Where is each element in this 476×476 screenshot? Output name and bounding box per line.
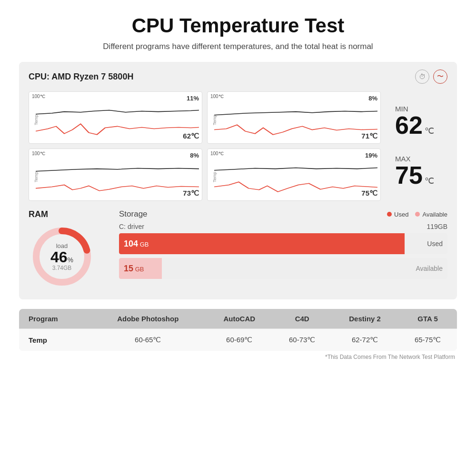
waveform-icon[interactable]: 〜 bbox=[433, 69, 447, 84]
donut-gb: 3.74GB bbox=[50, 265, 73, 271]
donut-container: load 46 % 3.74GB bbox=[29, 223, 95, 290]
legend-used: Used bbox=[387, 211, 408, 218]
avail-bar-track: 15 GB Available bbox=[119, 258, 447, 279]
temp-photoshop: 60-65℃ bbox=[90, 329, 206, 351]
donut-center: load 46 % 3.74GB bbox=[50, 242, 73, 271]
used-bar-fill bbox=[119, 233, 405, 254]
chart3-100: 100℃ bbox=[32, 151, 45, 156]
driver-total: 119GB bbox=[426, 223, 447, 230]
used-bar-track: 104 GB Used bbox=[119, 233, 447, 254]
legend-used-label: Used bbox=[394, 211, 408, 218]
min-unit: ℃ bbox=[425, 126, 434, 136]
temp-gta: 65-75℃ bbox=[398, 329, 457, 351]
legend-avail: Available bbox=[415, 211, 447, 218]
chart1-100: 100℃ bbox=[32, 94, 45, 99]
table-row: Temp 60-65℃ 60-69℃ 60-73℃ 62-72℃ 65-75℃ bbox=[19, 329, 457, 351]
driver-label: C: driver bbox=[119, 223, 144, 230]
col-photoshop: Adobe Photoshop bbox=[90, 309, 206, 329]
max-unit: ℃ bbox=[425, 176, 434, 186]
used-gb-label: 104 GB bbox=[124, 239, 149, 249]
minmax-panel: MIN 62 ℃ MAX 75 ℃ bbox=[386, 91, 447, 201]
charts-area: 100℃ Temp 11% 62℃ 100℃ Temp 8% 71℃ bbox=[29, 91, 447, 201]
avail-gb-label: 15 GB bbox=[124, 264, 144, 274]
chart-3: 100℃ Temp 8% 73℃ bbox=[29, 149, 202, 201]
program-table: Program Adobe Photoshop AutoCAD C4D Dest… bbox=[19, 309, 457, 351]
storage-top-row: Storage Used Available bbox=[119, 209, 447, 219]
chart-4: 100℃ Temp 19% 75℃ bbox=[207, 149, 381, 201]
chart3-svg bbox=[36, 157, 199, 196]
legend-avail-label: Available bbox=[422, 211, 447, 218]
chart2-svg bbox=[214, 99, 377, 139]
max-value: 75 bbox=[395, 163, 423, 188]
legend-avail-dot bbox=[415, 212, 420, 217]
ram-section: RAM load 46 % 3.74GB bbox=[29, 209, 105, 290]
avail-end-label: Available bbox=[416, 265, 443, 272]
temp-destiny: 62-72℃ bbox=[331, 329, 398, 351]
chart4-svg bbox=[214, 157, 377, 196]
chart-2: 100℃ Temp 8% 71℃ bbox=[207, 91, 381, 144]
col-program: Program bbox=[19, 309, 90, 329]
footnote: *This Data Comes From The Network Test P… bbox=[19, 354, 457, 360]
speedometer-icon[interactable]: ⏱ bbox=[415, 69, 429, 84]
legend-used-dot bbox=[387, 212, 392, 217]
avail-bar-row: 15 GB Available bbox=[119, 258, 447, 279]
cpu-header: CPU: AMD Ryzen 7 5800H ⏱ 〜 bbox=[29, 69, 447, 84]
col-destiny: Destiny 2 bbox=[331, 309, 398, 329]
chart4-100: 100℃ bbox=[210, 151, 224, 156]
min-value: 62 bbox=[395, 113, 423, 138]
donut-pct-sym: % bbox=[68, 256, 73, 264]
temp-autocad: 60-69℃ bbox=[206, 329, 273, 351]
temp-c4d: 60-73℃ bbox=[273, 329, 331, 351]
cpu-title: CPU: AMD Ryzen 7 5800H bbox=[29, 72, 133, 82]
storage-title: Storage bbox=[119, 209, 148, 219]
col-autocad: AutoCAD bbox=[206, 309, 273, 329]
cpu-panel: CPU: AMD Ryzen 7 5800H ⏱ 〜 100℃ Temp 11%… bbox=[19, 62, 457, 299]
min-block: MIN 62 ℃ bbox=[395, 105, 443, 138]
ram-label: RAM bbox=[29, 209, 105, 219]
table-section: Program Adobe Photoshop AutoCAD C4D Dest… bbox=[19, 309, 457, 351]
max-block: MAX 75 ℃ bbox=[395, 155, 443, 188]
table-header-row: Program Adobe Photoshop AutoCAD C4D Dest… bbox=[19, 309, 457, 329]
ram-storage-area: RAM load 46 % 3.74GB bbox=[29, 209, 447, 290]
col-c4d: C4D bbox=[273, 309, 331, 329]
chart1-svg bbox=[36, 99, 199, 139]
chart-1: 100℃ Temp 11% 62℃ bbox=[29, 91, 202, 144]
storage-section: Storage Used Available C: driver bbox=[119, 209, 447, 283]
used-bar-row: 104 GB Used bbox=[119, 233, 447, 254]
subtitle: Different programs have different temper… bbox=[19, 42, 457, 51]
storage-driver-row: C: driver 119GB bbox=[119, 223, 447, 230]
chart2-100: 100℃ bbox=[210, 94, 224, 99]
page-title: CPU Temperature Test bbox=[19, 14, 457, 37]
cpu-icon-group: ⏱ 〜 bbox=[415, 69, 447, 84]
page: CPU Temperature Test Different programs … bbox=[0, 0, 476, 370]
donut-pct: 46 bbox=[50, 249, 68, 265]
row-label: Temp bbox=[19, 329, 90, 351]
storage-legend: Used Available bbox=[387, 211, 447, 218]
col-gta: GTA 5 bbox=[398, 309, 457, 329]
used-end-label: Used bbox=[427, 240, 443, 248]
charts-grid: 100℃ Temp 11% 62℃ 100℃ Temp 8% 71℃ bbox=[29, 91, 381, 201]
